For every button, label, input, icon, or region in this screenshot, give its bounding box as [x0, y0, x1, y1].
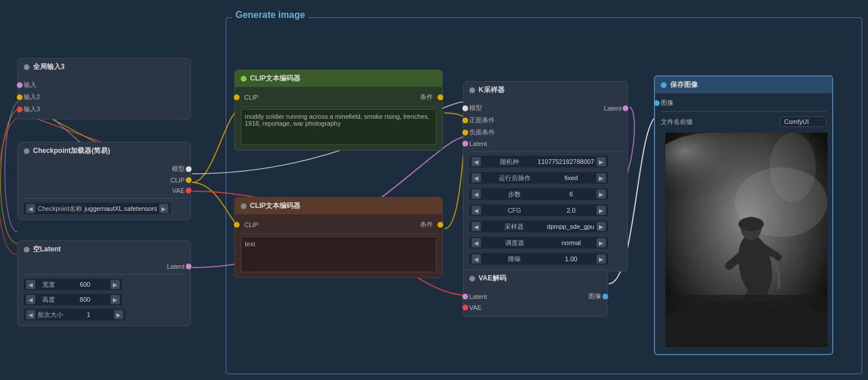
latent-width-stepper[interactable]: ◀ 宽度 600 ▶: [24, 279, 122, 290]
node-save-header: 保存图像: [655, 76, 832, 93]
node-ksampler-title: K采样器: [479, 85, 505, 95]
clip-neg-textarea[interactable]: [241, 236, 436, 272]
node-clip-positive: CLIP文本编码器 CLIP 条件: [234, 70, 443, 151]
ks-scheduler-stepper[interactable]: ◀ 调度器 normal ▶: [469, 237, 608, 249]
port-save-image-in: [654, 100, 660, 106]
svg-point-12: [770, 133, 816, 202]
control-prev-btn[interactable]: ◀: [472, 173, 481, 182]
ks-model-label: 模型: [469, 104, 482, 112]
ks-cfg-stepper[interactable]: ◀ CFG 2.0 ▶: [469, 204, 608, 216]
node-global-input: 全局输入3 输入 输入2 输入3: [17, 58, 191, 119]
node-clip-negative: CLIP文本编码器 CLIP 条件: [234, 197, 443, 278]
vae-vae-row: VAE: [469, 302, 601, 313]
port-ks-model-in: [462, 105, 468, 111]
checkpoint-dot: [24, 148, 30, 154]
ks-sampler-stepper[interactable]: ◀ 采样器 dpmpp_sde_gpu ▶: [469, 221, 608, 232]
batch-next-btn[interactable]: ▶: [114, 310, 123, 319]
denoise-next-btn[interactable]: ▶: [597, 254, 606, 264]
latent-height-stepper[interactable]: ◀ 高度 800 ▶: [24, 294, 122, 305]
save-filename-input[interactable]: [780, 116, 826, 127]
vae-latent-label: Latent: [469, 293, 487, 300]
steps-next-btn[interactable]: ▶: [597, 189, 606, 199]
seed-label: 随机种: [483, 158, 535, 166]
port-latent-out: [186, 264, 192, 269]
node-vae-decode: VAE解码 Latent 图像 VAE: [463, 269, 608, 317]
ks-denoise-stepper[interactable]: ◀ 降噪 1.00 ▶: [469, 253, 608, 265]
steps-label: 步数: [483, 190, 546, 199]
node-checkpoint-header: Checkpoint加载器(简易): [18, 142, 190, 159]
control-next-btn[interactable]: ▶: [597, 173, 606, 182]
checkpoint-name-stepper[interactable]: ◀ Checkpoint名称 juggernautXL.safetensors …: [24, 203, 171, 214]
checkpoint-clip-label: CLIP: [171, 177, 185, 184]
node-vae-header: VAE解码: [464, 270, 607, 287]
scheduler-value: normal: [548, 239, 594, 246]
node-vae-body: Latent 图像 VAE: [464, 287, 607, 316]
seed-next-btn[interactable]: ▶: [597, 157, 606, 166]
latent-batch-stepper[interactable]: ◀ 批次大小 1 ▶: [24, 309, 126, 320]
node-checkpoint-body: 模型 CLIP VAE ◀ Checkpoint名称 juggernautXL.…: [18, 159, 190, 220]
save-image-display: [665, 133, 827, 347]
cfg-prev-btn[interactable]: ◀: [472, 206, 481, 215]
cfg-next-btn[interactable]: ▶: [597, 206, 606, 215]
control-value: fixed: [548, 174, 594, 181]
save-filename-label: 文件名前缀: [661, 118, 693, 126]
scheduler-next-btn[interactable]: ▶: [597, 238, 606, 247]
scheduler-prev-btn[interactable]: ◀: [472, 238, 481, 247]
height-prev-btn[interactable]: ◀: [26, 295, 35, 304]
port-input-1: [17, 82, 23, 88]
batch-prev-btn[interactable]: ◀: [26, 310, 35, 319]
clip-pos-clip-label: CLIP: [244, 94, 258, 101]
input-row-1: 输入: [24, 79, 185, 91]
ksampler-latent-row: Latent: [469, 138, 621, 149]
ks-seed-stepper[interactable]: ◀ 随机种 1107752182788007 ▶: [469, 156, 608, 167]
node-ksampler-header: K采样器: [464, 82, 627, 98]
node-ksampler-body: 模型 Latent 正面条件 负面条件 Latent ◀ 随机种: [464, 98, 627, 271]
latent-divider: [24, 274, 185, 275]
node-ksampler: K采样器 模型 Latent 正面条件 负面条件 Latent: [463, 81, 628, 272]
clip-pos-cond-label: 条件: [420, 93, 433, 101]
seed-prev-btn[interactable]: ◀: [472, 157, 481, 166]
ksampler-divider: [469, 151, 621, 152]
sampler-prev-btn[interactable]: ◀: [472, 222, 481, 231]
checkpoint-name-stepper-label: Checkpoint名称: [38, 204, 82, 213]
port-clip-pos-out: [437, 94, 443, 100]
sampler-next-btn[interactable]: ▶: [597, 222, 606, 231]
ksampler-pos-row: 正面条件: [469, 114, 621, 126]
port-input-3: [17, 107, 23, 112]
steps-value: 6: [548, 191, 594, 198]
node-global-input-body: 输入 输入2 输入3: [18, 75, 190, 119]
port-vae-latent-in: [462, 294, 468, 299]
vae-dot: [469, 276, 475, 282]
height-label: 高度: [38, 295, 60, 304]
node-latent-title: 空Latent: [33, 244, 61, 254]
width-prev-btn[interactable]: ◀: [26, 280, 35, 289]
generate-panel-title: Generate image: [232, 10, 308, 20]
width-value: 600: [62, 281, 108, 288]
clip-pos-textarea[interactable]: [241, 109, 436, 145]
checkpoint-vae-label: VAE: [172, 187, 185, 194]
checkpoint-next-btn[interactable]: ▶: [159, 204, 168, 213]
ks-steps-stepper[interactable]: ◀ 步数 6 ▶: [469, 188, 608, 200]
cfg-label: CFG: [483, 207, 546, 214]
vae-vae-label: VAE: [469, 304, 481, 311]
checkpoint-model-label: 模型: [172, 165, 185, 173]
input-row-3: 输入3: [24, 103, 185, 115]
node-clip-pos-body: CLIP 条件: [235, 87, 442, 150]
save-dot: [661, 82, 667, 88]
height-next-btn[interactable]: ▶: [111, 295, 120, 304]
checkpoint-model-row: 模型: [24, 163, 185, 175]
clip-neg-cond-label: 条件: [420, 220, 433, 229]
clip-pos-divider: [241, 106, 436, 107]
denoise-prev-btn[interactable]: ◀: [472, 254, 481, 264]
input-row-2: 输入2: [24, 91, 185, 103]
batch-label: 批次大小: [38, 310, 63, 319]
node-global-input-title: 全局输入3: [33, 62, 65, 72]
width-next-btn[interactable]: ▶: [111, 280, 120, 289]
input-label-3: 输入3: [24, 105, 40, 114]
batch-value: 1: [65, 311, 112, 318]
steps-prev-btn[interactable]: ◀: [472, 189, 481, 199]
checkpoint-divider: [24, 198, 185, 199]
node-latent-body: Latent ◀ 宽度 600 ▶ ◀ 高度 800 ▶: [18, 258, 190, 326]
ks-control-stepper[interactable]: ◀ 运行后操作 fixed ▶: [469, 172, 608, 184]
checkpoint-prev-btn[interactable]: ◀: [26, 204, 35, 213]
